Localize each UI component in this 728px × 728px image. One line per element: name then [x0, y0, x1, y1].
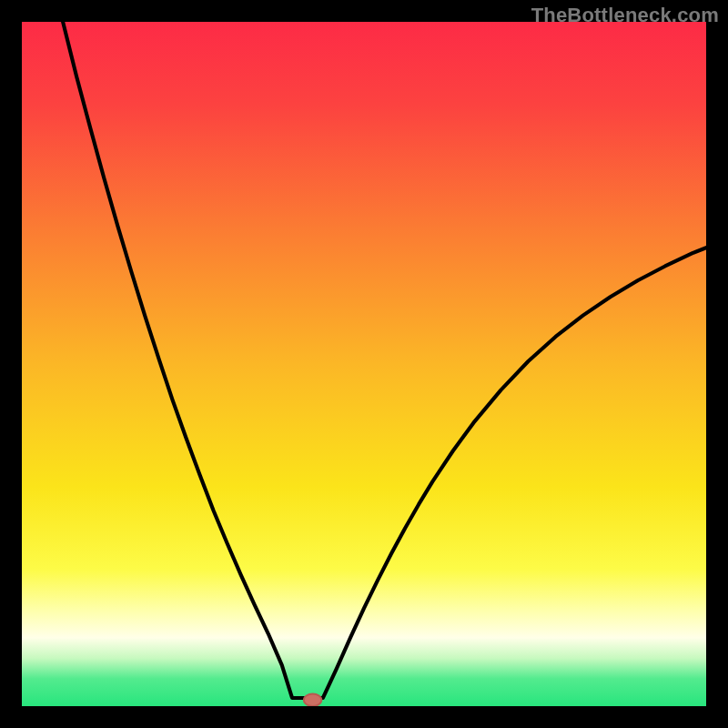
bottleneck-curve — [22, 22, 706, 706]
curve-path — [63, 22, 706, 698]
optimum-marker — [304, 693, 322, 706]
chart-frame: TheBottleneck.com — [0, 0, 728, 728]
plot-area — [22, 22, 706, 706]
